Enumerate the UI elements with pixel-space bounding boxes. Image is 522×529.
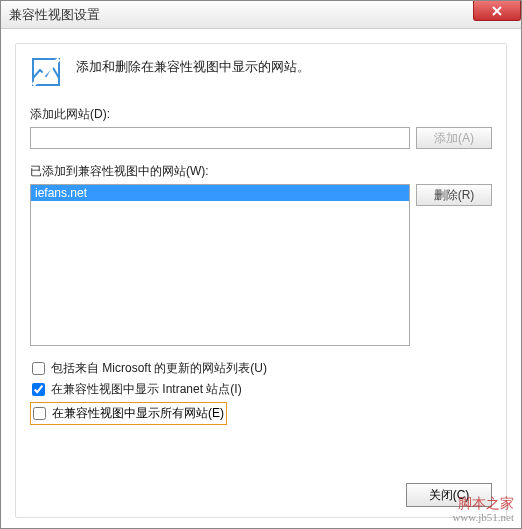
- checkbox-all-sites[interactable]: [33, 407, 46, 420]
- list-label: 已添加到兼容性视图中的网站(W):: [30, 163, 492, 180]
- window-title: 兼容性视图设置: [9, 6, 100, 24]
- list-item[interactable]: iefans.net: [31, 185, 409, 201]
- add-website-input[interactable]: [30, 127, 410, 149]
- window-close-button[interactable]: [473, 1, 521, 21]
- titlebar: 兼容性视图设置: [1, 1, 521, 29]
- close-icon: [492, 6, 502, 16]
- checkbox-ms-list-label[interactable]: 包括来自 Microsoft 的更新的网站列表(U): [51, 360, 267, 377]
- close-button[interactable]: 关闭(C): [406, 483, 492, 507]
- list-row: iefans.net 删除(R): [30, 184, 492, 346]
- checkbox-ms-list-row: 包括来自 Microsoft 的更新的网站列表(U): [30, 360, 492, 377]
- add-row: 添加(A): [30, 127, 492, 149]
- checkbox-all-sites-row: 在兼容性视图中显示所有网站(E): [30, 402, 227, 425]
- checkbox-intranet-label[interactable]: 在兼容性视图中显示 Intranet 站点(I): [51, 381, 242, 398]
- content-area: 添加和删除在兼容性视图中显示的网站。 添加此网站(D): 添加(A) 已添加到兼…: [1, 29, 521, 528]
- websites-listbox[interactable]: iefans.net: [30, 184, 410, 346]
- add-button[interactable]: 添加(A): [416, 127, 492, 149]
- checkbox-ms-list[interactable]: [32, 362, 45, 375]
- add-website-label: 添加此网站(D):: [30, 106, 492, 123]
- checkbox-intranet[interactable]: [32, 383, 45, 396]
- header-row: 添加和删除在兼容性视图中显示的网站。: [30, 56, 492, 88]
- remove-button[interactable]: 删除(R): [416, 184, 492, 206]
- checkbox-all-sites-label[interactable]: 在兼容性视图中显示所有网站(E): [52, 405, 224, 422]
- bottom-row: 关闭(C): [406, 483, 492, 507]
- header-description: 添加和删除在兼容性视图中显示的网站。: [76, 56, 310, 76]
- compat-view-icon: [30, 56, 62, 88]
- checkbox-intranet-row: 在兼容性视图中显示 Intranet 站点(I): [30, 381, 492, 398]
- main-panel: 添加和删除在兼容性视图中显示的网站。 添加此网站(D): 添加(A) 已添加到兼…: [15, 43, 507, 518]
- dialog-window: 兼容性视图设置 添加和删除在兼容性视图中显示的网站。 添加此网站(D): 添加(…: [0, 0, 522, 529]
